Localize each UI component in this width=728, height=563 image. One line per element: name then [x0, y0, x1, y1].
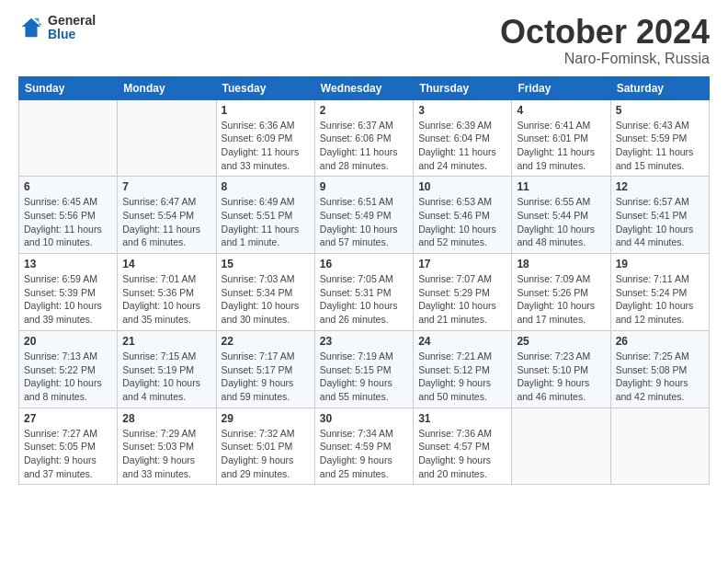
calendar-table: Sunday Monday Tuesday Wednesday Thursday…: [18, 76, 710, 486]
day-info: Sunrise: 6:43 AM Sunset: 5:59 PM Dayligh…: [616, 119, 704, 173]
col-saturday: Saturday: [610, 76, 709, 99]
calendar-cell: 13Sunrise: 6:59 AM Sunset: 5:39 PM Dayli…: [19, 254, 118, 331]
col-wednesday: Wednesday: [314, 76, 413, 99]
calendar-cell: 6Sunrise: 6:45 AM Sunset: 5:56 PM Daylig…: [19, 177, 118, 254]
day-number: 18: [517, 258, 605, 270]
day-info: Sunrise: 7:27 AM Sunset: 5:05 PM Dayligh…: [24, 427, 112, 481]
day-info: Sunrise: 6:47 AM Sunset: 5:54 PM Dayligh…: [122, 195, 210, 249]
day-info: Sunrise: 7:13 AM Sunset: 5:22 PM Dayligh…: [24, 350, 112, 404]
day-number: 24: [418, 335, 506, 348]
calendar-week-3: 13Sunrise: 6:59 AM Sunset: 5:39 PM Dayli…: [19, 254, 710, 331]
day-info: Sunrise: 7:21 AM Sunset: 5:12 PM Dayligh…: [418, 350, 506, 404]
day-info: Sunrise: 6:49 AM Sunset: 5:51 PM Dayligh…: [222, 195, 310, 249]
col-friday: Friday: [512, 76, 610, 99]
calendar-cell: 18Sunrise: 7:09 AM Sunset: 5:26 PM Dayli…: [512, 254, 610, 331]
title-block: October 2024 Naro-Fominsk, Russia: [500, 14, 710, 67]
day-number: 20: [24, 335, 112, 348]
day-number: 7: [122, 180, 210, 193]
day-info: Sunrise: 7:32 AM Sunset: 5:01 PM Dayligh…: [222, 427, 310, 481]
calendar-cell: 2Sunrise: 6:37 AM Sunset: 6:06 PM Daylig…: [314, 99, 413, 177]
day-info: Sunrise: 6:59 AM Sunset: 5:39 PM Dayligh…: [24, 272, 112, 327]
calendar-cell: 31Sunrise: 7:36 AM Sunset: 4:57 PM Dayli…: [414, 408, 512, 485]
calendar-week-5: 27Sunrise: 7:27 AM Sunset: 5:05 PM Dayli…: [19, 408, 710, 485]
day-number: 19: [616, 258, 704, 270]
calendar-cell: 12Sunrise: 6:57 AM Sunset: 5:41 PM Dayli…: [610, 177, 709, 254]
calendar-cell: 11Sunrise: 6:55 AM Sunset: 5:44 PM Dayli…: [512, 177, 610, 254]
day-number: 31: [418, 412, 506, 425]
calendar-cell: 8Sunrise: 6:49 AM Sunset: 5:51 PM Daylig…: [216, 177, 314, 254]
day-number: 1: [222, 104, 310, 117]
calendar-cell: 3Sunrise: 6:39 AM Sunset: 6:04 PM Daylig…: [414, 99, 512, 177]
day-info: Sunrise: 6:39 AM Sunset: 6:04 PM Dayligh…: [418, 119, 506, 173]
day-info: Sunrise: 7:36 AM Sunset: 4:57 PM Dayligh…: [418, 427, 506, 481]
calendar-cell: 25Sunrise: 7:23 AM Sunset: 5:10 PM Dayli…: [512, 330, 610, 408]
calendar-page: General Blue October 2024 Naro-Fominsk, …: [0, 0, 728, 563]
day-info: Sunrise: 6:55 AM Sunset: 5:44 PM Dayligh…: [517, 195, 605, 249]
day-info: Sunrise: 6:51 AM Sunset: 5:49 PM Dayligh…: [320, 195, 408, 249]
day-info: Sunrise: 7:07 AM Sunset: 5:29 PM Dayligh…: [418, 272, 506, 327]
calendar-cell: 10Sunrise: 6:53 AM Sunset: 5:46 PM Dayli…: [414, 177, 512, 254]
day-number: 14: [122, 258, 210, 270]
calendar-cell: 15Sunrise: 7:03 AM Sunset: 5:34 PM Dayli…: [216, 254, 314, 331]
day-number: 5: [616, 104, 704, 117]
calendar-cell: 7Sunrise: 6:47 AM Sunset: 5:54 PM Daylig…: [118, 177, 216, 254]
col-tuesday: Tuesday: [216, 76, 314, 99]
day-number: 23: [320, 335, 408, 348]
day-info: Sunrise: 6:57 AM Sunset: 5:41 PM Dayligh…: [616, 195, 704, 249]
day-number: 6: [24, 180, 112, 193]
logo-text: General Blue: [48, 14, 96, 42]
calendar-cell: 1Sunrise: 6:36 AM Sunset: 6:09 PM Daylig…: [216, 99, 314, 177]
col-sunday: Sunday: [19, 76, 118, 99]
logo-icon: [18, 15, 44, 40]
calendar-cell: 14Sunrise: 7:01 AM Sunset: 5:36 PM Dayli…: [118, 254, 216, 331]
calendar-cell: 16Sunrise: 7:05 AM Sunset: 5:31 PM Dayli…: [314, 254, 413, 331]
day-number: 15: [222, 258, 310, 270]
day-info: Sunrise: 6:41 AM Sunset: 6:01 PM Dayligh…: [517, 119, 605, 173]
calendar-cell: [610, 408, 709, 485]
col-monday: Monday: [118, 76, 216, 99]
day-info: Sunrise: 7:15 AM Sunset: 5:19 PM Dayligh…: [122, 350, 210, 404]
calendar-week-4: 20Sunrise: 7:13 AM Sunset: 5:22 PM Dayli…: [19, 330, 710, 408]
day-number: 27: [24, 412, 112, 425]
day-number: 11: [517, 180, 605, 193]
logo-general-text: General: [48, 14, 96, 28]
header-row: Sunday Monday Tuesday Wednesday Thursday…: [19, 76, 710, 99]
day-number: 4: [517, 104, 605, 117]
calendar-cell: [19, 99, 118, 177]
calendar-week-2: 6Sunrise: 6:45 AM Sunset: 5:56 PM Daylig…: [19, 177, 710, 254]
day-info: Sunrise: 7:29 AM Sunset: 5:03 PM Dayligh…: [122, 427, 210, 481]
day-number: 9: [320, 180, 408, 193]
header: General Blue October 2024 Naro-Fominsk, …: [18, 14, 710, 67]
day-number: 22: [222, 335, 310, 348]
calendar-cell: 21Sunrise: 7:15 AM Sunset: 5:19 PM Dayli…: [118, 330, 216, 408]
day-number: 29: [222, 412, 310, 425]
calendar-cell: 29Sunrise: 7:32 AM Sunset: 5:01 PM Dayli…: [216, 408, 314, 485]
day-info: Sunrise: 7:23 AM Sunset: 5:10 PM Dayligh…: [517, 350, 605, 404]
day-info: Sunrise: 7:19 AM Sunset: 5:15 PM Dayligh…: [320, 350, 408, 404]
day-number: 21: [122, 335, 210, 348]
day-number: 12: [616, 180, 704, 193]
day-info: Sunrise: 7:17 AM Sunset: 5:17 PM Dayligh…: [222, 350, 310, 404]
calendar-week-1: 1Sunrise: 6:36 AM Sunset: 6:09 PM Daylig…: [19, 99, 710, 177]
logo-blue-text: Blue: [48, 28, 96, 41]
calendar-cell: [512, 408, 610, 485]
calendar-cell: 23Sunrise: 7:19 AM Sunset: 5:15 PM Dayli…: [314, 330, 413, 408]
day-info: Sunrise: 7:01 AM Sunset: 5:36 PM Dayligh…: [122, 272, 210, 327]
day-info: Sunrise: 7:34 AM Sunset: 4:59 PM Dayligh…: [320, 427, 408, 481]
calendar-cell: 22Sunrise: 7:17 AM Sunset: 5:17 PM Dayli…: [216, 330, 314, 408]
col-thursday: Thursday: [414, 76, 512, 99]
day-number: 2: [320, 104, 408, 117]
calendar-cell: 20Sunrise: 7:13 AM Sunset: 5:22 PM Dayli…: [19, 330, 118, 408]
day-number: 17: [418, 258, 506, 270]
calendar-cell: 26Sunrise: 7:25 AM Sunset: 5:08 PM Dayli…: [610, 330, 709, 408]
title-location: Naro-Fominsk, Russia: [500, 51, 710, 67]
logo: General Blue: [18, 14, 96, 42]
calendar-cell: [118, 99, 216, 177]
title-month: October 2024: [500, 14, 710, 51]
calendar-cell: 19Sunrise: 7:11 AM Sunset: 5:24 PM Dayli…: [610, 254, 709, 331]
day-info: Sunrise: 7:09 AM Sunset: 5:26 PM Dayligh…: [517, 272, 605, 327]
day-info: Sunrise: 6:36 AM Sunset: 6:09 PM Dayligh…: [222, 119, 310, 173]
day-number: 16: [320, 258, 408, 270]
day-number: 10: [418, 180, 506, 193]
day-info: Sunrise: 6:45 AM Sunset: 5:56 PM Dayligh…: [24, 195, 112, 249]
